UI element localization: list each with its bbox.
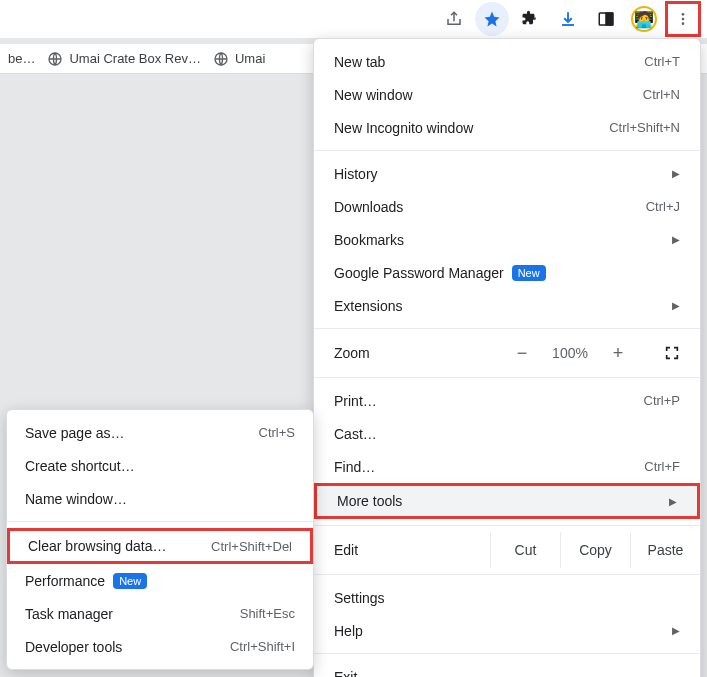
menu-zoom-row: Zoom − 100% + xyxy=(314,335,700,371)
bookmark-item[interactable]: Umai Crate Box Rev… xyxy=(47,51,200,67)
submenu-save-page[interactable]: Save page as… Ctrl+S xyxy=(7,416,313,449)
submenu-separator xyxy=(7,521,313,522)
extensions-puzzle-icon[interactable] xyxy=(513,2,547,36)
bookmark-star-icon[interactable] xyxy=(475,2,509,36)
menu-help[interactable]: Help ▶ xyxy=(314,614,700,647)
menu-bookmarks[interactable]: Bookmarks ▶ xyxy=(314,223,700,256)
menu-separator xyxy=(314,150,700,151)
edit-copy-button[interactable]: Copy xyxy=(560,532,630,568)
fullscreen-icon[interactable] xyxy=(664,345,680,361)
browser-toolbar: 🧑‍💻 xyxy=(0,0,707,38)
globe-icon xyxy=(47,51,63,67)
submenu-developer-tools[interactable]: Developer tools Ctrl+Shift+I xyxy=(7,630,313,663)
globe-icon xyxy=(213,51,229,67)
edit-cut-button[interactable]: Cut xyxy=(490,532,560,568)
menu-new-incognito[interactable]: New Incognito window Ctrl+Shift+N xyxy=(314,111,700,144)
menu-separator xyxy=(314,328,700,329)
new-badge: New xyxy=(113,573,147,589)
menu-settings[interactable]: Settings xyxy=(314,581,700,614)
submenu-task-manager[interactable]: Task manager Shift+Esc xyxy=(7,597,313,630)
bookmark-label: Umai xyxy=(235,51,265,66)
menu-downloads[interactable]: Downloads Ctrl+J xyxy=(314,190,700,223)
menu-find[interactable]: Find… Ctrl+F xyxy=(314,450,700,483)
bookmark-item[interactable]: Umai xyxy=(213,51,265,67)
zoom-value: 100% xyxy=(550,345,590,361)
chevron-right-icon: ▶ xyxy=(672,234,680,245)
menu-cast[interactable]: Cast… xyxy=(314,417,700,450)
zoom-in-button[interactable]: + xyxy=(608,343,628,364)
menu-print[interactable]: Print… Ctrl+P xyxy=(314,384,700,417)
menu-separator xyxy=(314,377,700,378)
chevron-right-icon: ▶ xyxy=(672,300,680,311)
menu-separator xyxy=(314,574,700,575)
submenu-clear-data-highlight: Clear browsing data… Ctrl+Shift+Del xyxy=(7,528,313,564)
profile-avatar[interactable]: 🧑‍💻 xyxy=(627,2,661,36)
submenu-clear-browsing-data[interactable]: Clear browsing data… Ctrl+Shift+Del xyxy=(10,531,310,561)
bookmark-label: Umai Crate Box Rev… xyxy=(69,51,200,66)
submenu-create-shortcut[interactable]: Create shortcut… xyxy=(7,449,313,482)
menu-separator xyxy=(314,525,700,526)
svg-point-2 xyxy=(682,13,685,16)
menu-extensions[interactable]: Extensions ▶ xyxy=(314,289,700,322)
menu-password-manager[interactable]: Google Password Manager New xyxy=(314,256,700,289)
bookmark-label: be… xyxy=(8,51,35,66)
side-panel-icon[interactable] xyxy=(589,2,623,36)
menu-more-tools-highlight: More tools ▶ xyxy=(314,483,700,519)
menu-new-tab[interactable]: New tab Ctrl+T xyxy=(314,45,700,78)
menu-separator xyxy=(314,653,700,654)
zoom-out-button[interactable]: − xyxy=(512,343,532,364)
svg-point-3 xyxy=(682,18,685,21)
submenu-name-window[interactable]: Name window… xyxy=(7,482,313,515)
bookmark-item[interactable]: be… xyxy=(8,51,35,66)
menu-more-tools[interactable]: More tools ▶ xyxy=(317,486,697,516)
kebab-menu-icon[interactable] xyxy=(669,5,697,33)
submenu-performance[interactable]: Performance New xyxy=(7,564,313,597)
svg-point-4 xyxy=(682,22,685,25)
chevron-right-icon: ▶ xyxy=(672,168,680,179)
menu-edit-row: Edit Cut Copy Paste xyxy=(314,532,700,568)
svg-rect-1 xyxy=(606,13,613,25)
menu-history[interactable]: History ▶ xyxy=(314,157,700,190)
chrome-main-menu: New tab Ctrl+T New window Ctrl+N New Inc… xyxy=(313,38,701,677)
chevron-right-icon: ▶ xyxy=(672,625,680,636)
share-icon[interactable] xyxy=(437,2,471,36)
new-badge: New xyxy=(512,265,546,281)
chevron-right-icon: ▶ xyxy=(669,496,677,507)
download-icon[interactable] xyxy=(551,2,585,36)
more-tools-submenu: Save page as… Ctrl+S Create shortcut… Na… xyxy=(6,409,314,670)
menu-new-window[interactable]: New window Ctrl+N xyxy=(314,78,700,111)
kebab-menu-highlight xyxy=(665,1,701,37)
menu-exit[interactable]: Exit xyxy=(314,660,700,677)
edit-paste-button[interactable]: Paste xyxy=(630,532,700,568)
